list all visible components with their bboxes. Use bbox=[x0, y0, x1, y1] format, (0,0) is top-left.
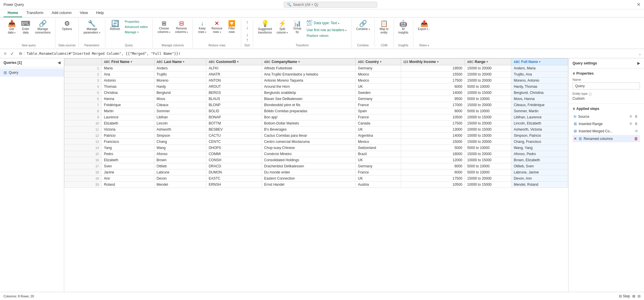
step-source[interactable]: fx Source ⚙ 🗑 bbox=[573, 113, 640, 120]
cell-full-name: Ottlieb, Sven bbox=[511, 163, 568, 169]
cell-monthly-income: 15000 bbox=[401, 139, 465, 145]
table-row: 11 Victoria Ashworth BESBEV B's Beverage… bbox=[64, 127, 568, 133]
properties-button[interactable]: Properties bbox=[123, 19, 150, 24]
row-num: 13 bbox=[64, 139, 102, 145]
export-button[interactable]: 📤 Export t... bbox=[416, 19, 432, 32]
cell-full-name: Citeaux, Frédérique bbox=[511, 102, 568, 108]
group-by-icon: 📊 bbox=[294, 20, 301, 26]
step-source-settings-icon[interactable]: ⚙ bbox=[629, 114, 633, 119]
step-inserted-range[interactable]: ⊞ Inserted Range ⚙ 🗑 bbox=[573, 120, 640, 127]
collapse-panel-button[interactable]: ◀ bbox=[58, 61, 60, 65]
step-renamed-columns[interactable]: ✕ ⊞ Renamed columns 🗑 bbox=[573, 135, 640, 142]
table-view-button[interactable]: ⊞ bbox=[632, 294, 635, 298]
step-inserted-merged[interactable]: ⊞ Inserted Merged Co... ⚙ bbox=[573, 128, 640, 134]
cell-full-name: Devon, Ann bbox=[511, 176, 568, 182]
col-header-monthly-income[interactable]: 123 Monthly Income ▾ bbox=[401, 59, 465, 65]
step-inserted-range-icon: ⊞ bbox=[574, 122, 577, 126]
col-header-first-name[interactable]: ABC First Name ▾ bbox=[102, 59, 154, 65]
cell-first-name: Laurence bbox=[102, 114, 154, 120]
data-table-wrapper[interactable]: ABC First Name ▾ ABC Last Name ▾ bbox=[64, 58, 568, 292]
cell-first-name: Francisco bbox=[102, 139, 154, 145]
col-header-customer-id[interactable]: ABC CustomerID ▾ bbox=[206, 59, 262, 65]
chevron-down-icon: ∨ bbox=[573, 71, 575, 76]
step-source-delete-icon[interactable]: 🗑 bbox=[634, 114, 639, 119]
tab-add-column[interactable]: Add column bbox=[48, 9, 76, 17]
formula-cancel-button[interactable]: ✕ bbox=[2, 51, 8, 57]
tab-view[interactable]: View bbox=[76, 9, 92, 17]
cell-monthly-income: 15500 bbox=[401, 71, 465, 78]
cell-customer-id: ALFKI bbox=[206, 65, 262, 71]
advanced-editor-button[interactable]: Advanced editor bbox=[123, 24, 150, 29]
map-to-entity-button[interactable]: 📋 Map toentity bbox=[378, 19, 391, 36]
manage-parameters-button[interactable]: 🔧 Manageparameters ▾ bbox=[82, 19, 102, 36]
search-placeholder: Search (Alt + Q) bbox=[293, 3, 318, 7]
suggested-transforms-button[interactable]: 💡 Suggestedtransforms bbox=[256, 19, 274, 36]
get-data-button[interactable]: 📥 Getdata ▾ bbox=[5, 19, 18, 36]
remove-rows-button[interactable]: ✕ Removerows ▾ bbox=[210, 19, 224, 35]
row-num: 12 bbox=[64, 133, 102, 139]
enter-data-button[interactable]: ⌨ Enterdata bbox=[19, 19, 32, 36]
applied-steps-section: ∨ Applied steps fx Source ⚙ 🗑 ⊞ Inserted… bbox=[568, 104, 644, 146]
cell-company-name: Bottom-Dollar Markets bbox=[262, 120, 356, 127]
step-inserted-range-delete-icon[interactable]: 🗑 bbox=[634, 122, 639, 126]
filter-rows-button[interactable]: 🔽 Filterrows bbox=[225, 19, 238, 35]
cell-monthly-income: 10500 bbox=[401, 114, 465, 120]
formula-confirm-button[interactable]: ✓ bbox=[9, 51, 15, 57]
formula-input[interactable] bbox=[27, 52, 636, 56]
status-buttons: ⊟ Step ⊞ ⊟ bbox=[619, 294, 640, 298]
cell-last-name: Brown bbox=[154, 157, 206, 163]
cell-last-name: Moreno bbox=[154, 78, 206, 84]
sort-desc-button[interactable]: ↓↑ bbox=[244, 31, 250, 43]
replace-values-button[interactable]: Replace values bbox=[305, 33, 348, 38]
cell-last-name: Berglund bbox=[154, 90, 206, 96]
remove-columns-button[interactable]: ⊟ Removecolumns ▾ bbox=[173, 19, 190, 35]
cell-full-name: Ashworth, Victoria bbox=[511, 127, 568, 133]
keep-rows-button[interactable]: ↓ Keeprows ▾ bbox=[196, 19, 209, 35]
step-renamed-delete-icon[interactable]: 🗑 bbox=[633, 136, 639, 141]
manage-connections-button[interactable]: 🔗 Manageconnections bbox=[33, 19, 52, 36]
cell-company-name: B's Beverages bbox=[262, 127, 356, 133]
schema-view-icon: ⊟ bbox=[638, 294, 640, 298]
sort-asc-button[interactable]: ↑↓ bbox=[244, 19, 250, 31]
data-type-button[interactable]: ABC123 Data type: Text ▾ bbox=[305, 19, 348, 27]
combine-button[interactable]: 🔗 Combine ▾ bbox=[354, 19, 372, 32]
col-header-range[interactable]: ABC Range ▾ bbox=[465, 59, 511, 65]
tab-home[interactable]: Home bbox=[4, 9, 22, 17]
col-header-last-name[interactable]: ABC Last Name ▾ bbox=[154, 59, 206, 65]
col-header-company-name[interactable]: ABC CompanyName ▾ bbox=[262, 59, 356, 65]
row-num: 18 bbox=[64, 169, 102, 176]
formula-expand-button[interactable]: ⌄ bbox=[638, 51, 642, 56]
choose-columns-button[interactable]: ⊞ Choosecolumns ▾ bbox=[156, 19, 172, 35]
step-inserted-merged-settings-icon[interactable]: ⚙ bbox=[634, 129, 639, 133]
step-inserted-range-settings-icon[interactable]: ⚙ bbox=[629, 122, 633, 126]
cell-company-name: Consolidated Holdings bbox=[262, 157, 356, 163]
tab-transform[interactable]: Transform bbox=[22, 9, 48, 17]
group-by-button[interactable]: 📊 Groupby bbox=[291, 19, 304, 35]
manage-button[interactable]: Manage ▾ bbox=[123, 30, 150, 34]
queries-title: Queries [1] bbox=[4, 61, 22, 65]
step-renamed-delete-x[interactable]: ✕ bbox=[574, 136, 577, 141]
step-status-button[interactable]: ⊟ Step bbox=[619, 294, 630, 298]
right-panel: Query settings ▶ ∨ Properties Name Entit… bbox=[568, 58, 644, 292]
table-row: 8 Martin Sommer BOLID Bólido Comidas pre… bbox=[64, 108, 568, 114]
split-column-button[interactable]: ⚡ Splitcolumn ▾ bbox=[275, 19, 290, 36]
expand-right-panel-button[interactable]: ▶ bbox=[637, 61, 640, 65]
close-button[interactable]: ✕ bbox=[637, 2, 640, 7]
search-box[interactable]: 🔍 Search (Alt + Q) bbox=[284, 2, 377, 8]
cell-country: Germany bbox=[356, 65, 401, 71]
query-name-input[interactable] bbox=[573, 83, 640, 90]
col-header-full-name[interactable]: ABC Full Name ▾ bbox=[511, 59, 568, 65]
table-row: 1 Maria Anders ALFKI Alfreds Futterkiste… bbox=[64, 65, 568, 71]
query-item-query[interactable]: ⊞ Query bbox=[0, 69, 64, 77]
ai-insights-button[interactable]: 🤖 AIinsights bbox=[397, 19, 410, 36]
cell-company-name: Ana Trujillo Emaredados y helados bbox=[262, 71, 356, 78]
cell-first-name: Christina bbox=[102, 90, 154, 96]
tab-help[interactable]: Help bbox=[92, 9, 108, 17]
options-button[interactable]: ⚙ Options bbox=[60, 19, 74, 32]
schema-view-button[interactable]: ⊟ bbox=[638, 294, 640, 298]
use-first-row-button[interactable]: Use first row as headers ▾ bbox=[305, 27, 348, 33]
combine-icon: 🔗 bbox=[359, 20, 367, 27]
manage-connections-icon: 🔗 bbox=[39, 20, 47, 27]
col-header-country[interactable]: ABC Country ▾ bbox=[356, 59, 401, 65]
refresh-button[interactable]: 🔄 Refresh bbox=[108, 19, 122, 32]
